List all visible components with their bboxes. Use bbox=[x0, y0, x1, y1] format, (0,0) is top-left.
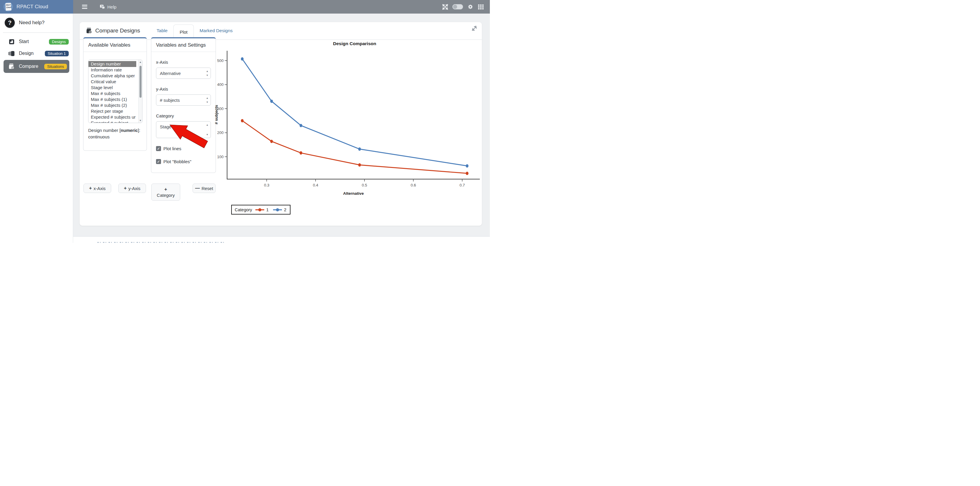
sidebar: ? Need help? Start Designs Design Situat… bbox=[0, 14, 73, 243]
sidebar-item-label: Compare bbox=[19, 64, 38, 69]
variable-list-item[interactable]: Information rate bbox=[89, 67, 136, 73]
legend-entry: 2 bbox=[273, 207, 286, 212]
variables-settings-panel: Variables and Settings x-Axis Alternativ… bbox=[151, 37, 216, 173]
expand-card-icon[interactable] bbox=[472, 25, 477, 31]
theme-toggle[interactable] bbox=[452, 4, 463, 10]
category-select[interactable]: Stage ▲▼ bbox=[156, 121, 211, 138]
variable-listbox[interactable]: Design numberInformation rateCumulative … bbox=[88, 60, 142, 123]
design-icon bbox=[8, 51, 15, 56]
x-axis-select[interactable]: Alternative ▲▼ bbox=[156, 68, 211, 79]
sidebar-nav: Start Designs Design Situation 1 bbox=[0, 33, 73, 73]
start-icon bbox=[8, 39, 15, 45]
svg-text:Design Comparison: Design Comparison bbox=[333, 41, 376, 46]
svg-text:Alternative: Alternative bbox=[343, 191, 364, 196]
compare-designs-card: Compare Designs Table Plot Marked Design… bbox=[80, 22, 482, 226]
variable-list-item[interactable]: Max # subjects (1) bbox=[89, 97, 136, 102]
main-content: Compare Designs Table Plot Marked Design… bbox=[73, 14, 490, 243]
minus-icon: — bbox=[195, 186, 200, 191]
spinner-arrows-icon[interactable]: ▲▼ bbox=[206, 95, 208, 105]
variable-list-item[interactable]: Max # subjects (2) bbox=[89, 102, 136, 108]
variable-list-item[interactable]: Expected # subjects ur bbox=[89, 114, 136, 120]
y-axis-label: y-Axis bbox=[156, 86, 211, 91]
plus-icon: + bbox=[89, 186, 92, 191]
svg-text:500: 500 bbox=[217, 59, 224, 63]
toggle-knob bbox=[453, 5, 457, 9]
available-variables-panel: Available Variables Design numberInforma… bbox=[83, 37, 147, 151]
need-help-link[interactable]: ? Need help? bbox=[0, 14, 73, 32]
add-x-axis-button[interactable]: + x-Axis bbox=[83, 183, 111, 193]
help-bubbles-icon: ? bbox=[100, 5, 105, 10]
available-variables-title: Available Variables bbox=[83, 38, 146, 52]
plot-lines-label: Plot lines bbox=[163, 146, 181, 151]
help-button[interactable]: ? Help bbox=[100, 5, 116, 10]
listbox-scrollbar[interactable]: ▲ ▼ bbox=[138, 60, 142, 123]
help-label: Help bbox=[107, 5, 116, 10]
sidebar-item-label: Start bbox=[19, 39, 29, 44]
spinner-arrows-icon[interactable]: ▲▼ bbox=[206, 68, 208, 78]
variables-settings-title: Variables and Settings bbox=[151, 38, 216, 52]
variable-list-item[interactable]: Critical value bbox=[89, 79, 136, 85]
plus-icon: + bbox=[164, 187, 167, 192]
sidebar-item-design[interactable]: Design Situation 1 bbox=[0, 48, 73, 59]
app-root: PACTCloud RPACT Cloud ? Help bbox=[0, 0, 490, 243]
card-title: Compare Designs bbox=[95, 27, 140, 34]
sidebar-item-compare[interactable]: Compare Situations bbox=[3, 60, 69, 73]
legend-entries: 12 bbox=[255, 207, 286, 212]
variable-list-item[interactable]: Expected # subject bbox=[89, 120, 136, 123]
tab-marked-designs[interactable]: Marked Designs bbox=[194, 22, 239, 40]
tab-bar: Table Plot Marked Designs bbox=[151, 22, 239, 40]
legend-entry: 1 bbox=[255, 207, 269, 212]
scroll-down-icon[interactable]: ▼ bbox=[138, 119, 142, 122]
chart-legend: Category 12 bbox=[231, 205, 291, 215]
variable-list-item[interactable]: Reject per stage bbox=[89, 108, 136, 114]
sidebar-item-label: Design bbox=[19, 51, 33, 56]
badge-designs: Designs bbox=[49, 39, 69, 45]
compare-designs-icon bbox=[86, 28, 92, 33]
svg-text:200: 200 bbox=[217, 131, 224, 135]
design-comparison-chart: 1002003004005000.30.40.50.60.7Design Com… bbox=[209, 40, 482, 217]
svg-text:100: 100 bbox=[217, 155, 224, 159]
logo-text-1: PACT bbox=[6, 4, 11, 6]
variable-list-item[interactable]: Stage level bbox=[89, 85, 136, 91]
logo-text-2: Cloud bbox=[6, 6, 11, 8]
footer-cutoff-text bbox=[97, 242, 224, 243]
variable-list-item[interactable]: Design number bbox=[89, 61, 136, 67]
x-axis-label: x-Axis bbox=[156, 60, 211, 65]
plot-lines-checkbox[interactable]: ✓ bbox=[156, 146, 161, 151]
plot-bobbles-row[interactable]: ✓ Plot "Bobbles" bbox=[156, 159, 211, 164]
category-value: Stage bbox=[160, 124, 171, 129]
sun-settings-icon[interactable] bbox=[468, 4, 473, 10]
spinner-arrows-icon[interactable]: ▲▼ bbox=[206, 121, 208, 138]
topbar: ? Help bbox=[73, 0, 490, 14]
question-mark-icon: ? bbox=[5, 18, 15, 28]
grid-apps-icon[interactable] bbox=[478, 4, 484, 10]
hamburger-menu-icon[interactable] bbox=[82, 4, 87, 10]
need-help-label: Need help? bbox=[19, 20, 45, 25]
plot-bobbles-label: Plot "Bobbles" bbox=[163, 159, 191, 164]
x-axis-value: Alternative bbox=[160, 71, 181, 76]
brand-title: RPACT Cloud bbox=[16, 4, 48, 10]
variable-list-item[interactable]: Cumulative alpha sper bbox=[89, 73, 136, 79]
scroll-up-icon[interactable]: ▲ bbox=[138, 61, 142, 64]
sidebar-item-start[interactable]: Start Designs bbox=[0, 36, 73, 48]
plot-lines-row[interactable]: ✓ Plot lines bbox=[156, 146, 211, 151]
svg-text:0.6: 0.6 bbox=[411, 183, 416, 187]
y-axis-value: # subjects bbox=[160, 98, 180, 103]
scrollbar-thumb[interactable] bbox=[140, 66, 142, 98]
legend-title: Category bbox=[235, 207, 252, 212]
add-y-axis-button[interactable]: + y-Axis bbox=[118, 183, 146, 193]
variable-list: Design numberInformation rateCumulative … bbox=[89, 61, 138, 123]
variable-list-item[interactable]: Max # subjects bbox=[89, 91, 136, 97]
badge-situations: Situations bbox=[44, 64, 67, 69]
add-category-button[interactable]: + Category bbox=[151, 183, 180, 201]
compare-icon bbox=[8, 64, 15, 69]
svg-text:0.4: 0.4 bbox=[313, 183, 318, 187]
y-axis-select[interactable]: # subjects ▲▼ bbox=[156, 94, 211, 106]
topbar-actions bbox=[442, 4, 484, 10]
svg-text:0.7: 0.7 bbox=[460, 183, 465, 187]
plot-bobbles-checkbox[interactable]: ✓ bbox=[156, 159, 161, 164]
rpact-logo-icon: PACTCloud bbox=[3, 2, 13, 11]
fullscreen-move-icon[interactable] bbox=[442, 4, 448, 10]
variable-description: Design number [numeric]: continuous bbox=[88, 127, 142, 140]
tab-table[interactable]: Table bbox=[151, 22, 173, 40]
